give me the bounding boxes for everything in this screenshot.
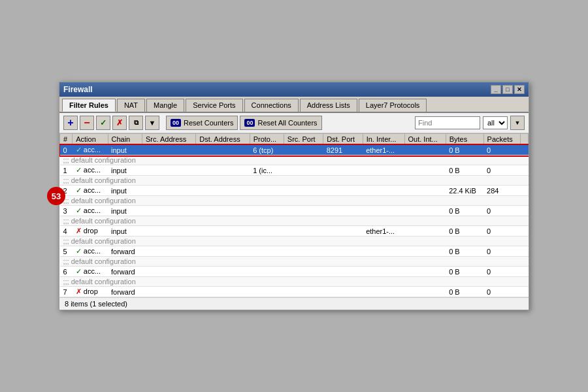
tab-address-lists[interactable]: Address Lists <box>300 99 357 112</box>
cell-extra <box>521 186 529 196</box>
minimize-button[interactable]: _ <box>491 85 501 94</box>
rules-table: # Action Chain Src. Address Dst. Address… <box>59 133 529 297</box>
cell-extra <box>521 206 529 216</box>
reset-counters-button[interactable]: 00 Reset Counters <box>166 116 238 130</box>
cell-out-int <box>404 267 446 277</box>
disable-button[interactable]: ✗ <box>112 116 127 130</box>
cell-dst-address <box>196 267 250 277</box>
maximize-button[interactable]: □ <box>502 85 513 94</box>
comment-row: ;;; default configuration <box>60 257 529 267</box>
cell-dst-address <box>196 186 250 196</box>
col-num: # <box>60 134 73 145</box>
table-row[interactable]: 2 ✓ acc... input 22.4 KiB 284 <box>60 186 529 196</box>
tab-mangle[interactable]: Mangle <box>146 99 184 112</box>
cell-dst-address <box>196 145 250 155</box>
cell-src-address <box>142 186 195 196</box>
search-dropdown-arrow[interactable]: ▼ <box>510 116 525 130</box>
comment-text: ;;; default configuration <box>60 196 529 206</box>
title-bar: Firewall _ □ ✕ <box>59 82 529 97</box>
col-src-port: Src. Port <box>284 134 323 145</box>
tab-connections[interactable]: Connections <box>244 99 299 112</box>
cell-in-inter: ether1-... <box>363 145 404 155</box>
cell-packets: 0 <box>483 246 520 257</box>
tab-nat[interactable]: NAT <box>117 99 145 112</box>
cell-packets: 0 <box>483 226 520 237</box>
comment-row: ;;; default configuration <box>60 277 529 287</box>
comment-row: ;;; default configuration <box>60 155 529 165</box>
remove-button[interactable]: − <box>80 116 94 130</box>
cell-dst-port <box>323 165 363 176</box>
search-input[interactable] <box>415 116 480 129</box>
col-dst-address: Dst. Address <box>196 134 250 145</box>
cell-action: ✓ acc... <box>73 246 108 257</box>
cell-action: ✓ acc... <box>73 206 108 216</box>
tab-filter-rules[interactable]: Filter Rules <box>62 99 116 112</box>
oo-badge-1: 00 <box>171 119 181 127</box>
cell-packets: 0 <box>483 287 520 297</box>
cell-action: ✗ drop <box>73 226 108 237</box>
cell-src-port <box>284 226 323 237</box>
cell-chain: input <box>108 206 142 216</box>
cell-src-port <box>284 186 323 196</box>
cell-bytes: 0 B <box>446 226 483 237</box>
col-chain: Chain <box>108 134 142 145</box>
cell-extra <box>521 246 529 257</box>
reset-all-counters-button[interactable]: 00 Reset All Counters <box>240 116 321 130</box>
table-row[interactable]: 1 ✓ acc... input 1 (ic... 0 B 0 <box>60 165 529 176</box>
cell-proto: 1 (ic... <box>250 165 284 176</box>
tab-layer7-protocols[interactable]: Layer7 Protocols <box>359 99 427 112</box>
cell-action: ✓ acc... <box>73 165 108 176</box>
cell-extra <box>521 165 529 176</box>
tab-service-ports[interactable]: Service Ports <box>186 99 242 112</box>
table-row[interactable]: 3 ✓ acc... input 0 B 0 <box>60 206 529 216</box>
table-row[interactable]: 0 ✓ acc... input 6 (tcp) 8291 ether1-...… <box>60 145 529 155</box>
title-bar-buttons: _ □ ✕ <box>491 85 525 94</box>
cell-packets: 0 <box>483 165 520 176</box>
cell-dst-port <box>323 186 363 196</box>
cell-src-port <box>284 267 323 277</box>
cell-src-port <box>284 145 323 155</box>
cell-bytes: 0 B <box>446 287 483 297</box>
cell-dst-port: 8291 <box>323 145 363 155</box>
cell-chain: input <box>108 165 142 176</box>
cell-dst-address <box>196 287 250 297</box>
cell-bytes: 0 B <box>446 206 483 216</box>
cell-action: ✗ drop <box>73 287 108 297</box>
cell-num: 3 <box>60 206 73 216</box>
filter-button[interactable]: ▼ <box>145 116 159 130</box>
cell-out-int <box>404 287 446 297</box>
toolbar: + − ✓ ✗ ⧉ ▼ 00 Reset Counters 00 Reset A… <box>59 113 529 133</box>
status-bar: 8 items (1 selected) <box>59 297 529 310</box>
col-bytes: Bytes <box>446 134 483 145</box>
table-row[interactable]: 4 ✗ drop input ether1-... 0 B 0 <box>60 226 529 237</box>
cell-src-address <box>142 145 195 155</box>
cell-proto <box>250 206 284 216</box>
cell-src-address <box>142 206 195 216</box>
col-in-inter: In. Inter... <box>363 134 404 145</box>
comment-text: ;;; default configuration <box>60 176 529 186</box>
table-row[interactable]: 7 ✗ drop forward 0 B 0 <box>60 287 529 297</box>
cell-chain: input <box>108 186 142 196</box>
cell-in-inter <box>363 267 404 277</box>
cell-num: 5 <box>60 246 73 257</box>
close-button[interactable]: ✕ <box>514 85 525 94</box>
col-proto: Proto... <box>250 134 284 145</box>
cell-action: ✓ acc... <box>73 145 108 155</box>
cell-dst-address <box>196 206 250 216</box>
copy-button[interactable]: ⧉ <box>129 116 143 130</box>
table-header-row: # Action Chain Src. Address Dst. Address… <box>60 134 529 145</box>
enable-button[interactable]: ✓ <box>96 116 110 130</box>
cell-out-int <box>404 246 446 257</box>
cell-in-inter <box>363 165 404 176</box>
cell-bytes: 22.4 KiB <box>446 186 483 196</box>
comment-row: ;;; default configuration <box>60 176 529 186</box>
search-filter-dropdown[interactable]: all <box>483 116 508 129</box>
cell-dst-address <box>196 165 250 176</box>
table-row[interactable]: 6 ✓ acc... forward 0 B 0 <box>60 267 529 277</box>
cell-src-port <box>284 206 323 216</box>
cell-proto <box>250 267 284 277</box>
cell-chain: forward <box>108 246 142 257</box>
table-row[interactable]: 5 ✓ acc... forward 0 B 0 <box>60 246 529 257</box>
cell-out-int <box>404 186 446 196</box>
add-button[interactable]: + <box>63 116 78 130</box>
